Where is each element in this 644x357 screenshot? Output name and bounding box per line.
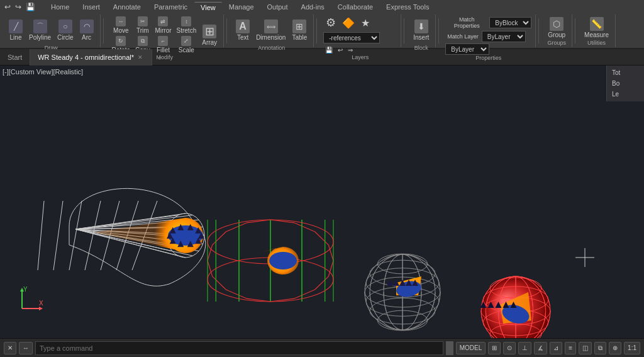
tool-dimension[interactable]: ⟺ Dimension	[253, 16, 288, 45]
doc-tab-main[interactable]: WR Steady 4 - omnidirectional* ✕	[30, 49, 152, 65]
selection-btn[interactable]: ⧉	[594, 342, 606, 354]
group-groups: ⬡ Group Groups	[541, 14, 572, 47]
grid-btn[interactable]: ⊞	[488, 342, 501, 354]
polyline-icon: ⌒	[33, 20, 47, 33]
ortho-btn[interactable]: ⊥	[518, 342, 531, 354]
status-bar: ✕ ↔ MODEL ⊞ ⊙ ⊥ ∡ ⊿ ≡ ◫ ⧉ ⊕ 1:1	[0, 338, 644, 357]
block-group-label: Block	[414, 45, 428, 51]
tool-measure[interactable]: 📏 Measure	[582, 16, 611, 40]
qa-undo[interactable]: ↩	[3, 2, 13, 12]
doc-tabs: Start WR Steady 4 - omnidirectional* ✕ +	[0, 49, 644, 65]
doc-tab-close[interactable]: ✕	[136, 54, 144, 60]
ribbon-tools: ╱ Line ⌒ Polyline ○ Circle ◠ Arc Draw	[0, 14, 644, 48]
tool-circle[interactable]: ○ Circle	[55, 16, 76, 45]
sep5	[438, 18, 439, 43]
scene-canvas	[0, 65, 644, 338]
mirror-icon: ⇌	[158, 16, 168, 26]
viewport: [-][Custom View][Realistic] Tot Bo Le Y …	[0, 65, 644, 338]
group-icon: ⬡	[550, 17, 564, 31]
insert-icon: ⬇	[414, 20, 428, 33]
tool-array[interactable]: ⊞ Array	[199, 21, 219, 50]
new-tab-btn[interactable]: +	[152, 50, 167, 65]
layer-unsaved-btn[interactable]: ↩	[336, 46, 345, 54]
move-icon: ↔	[116, 16, 126, 26]
tool-polyline[interactable]: ⌒ Polyline	[26, 16, 53, 45]
panel-item-le[interactable]: Le	[609, 89, 641, 99]
status-scrollbar[interactable]	[446, 341, 453, 355]
match-layer-btn[interactable]: Match Layer	[445, 33, 480, 40]
array-icon: ⊞	[203, 25, 216, 38]
group-draw: ╱ Line ⌒ Polyline ○ Circle ◠ Arc Draw	[3, 14, 101, 47]
tab-home[interactable]: Home	[45, 2, 75, 12]
annotation-group-label: Annotation	[258, 45, 285, 51]
snap-btn[interactable]: ⊙	[503, 342, 516, 354]
copy-icon: ⧉	[138, 36, 148, 46]
arc-icon: ◠	[80, 20, 94, 33]
status-close-btn[interactable]: ✕	[4, 342, 16, 354]
group-properties: Match Properties ByBlock Match Layer ByL…	[441, 14, 536, 47]
tool-line[interactable]: ╱ Line	[6, 16, 25, 45]
polar-btn[interactable]: ∡	[534, 342, 547, 354]
match-properties-btn[interactable]: Match Properties	[445, 16, 488, 30]
layer-match-layer-btn[interactable]: ⇒	[346, 46, 355, 54]
tool-scale[interactable]: ⤢ Scale	[175, 35, 199, 54]
group-utilities: 📏 Measure Utilities	[578, 14, 616, 47]
layer-match-btn[interactable]: 🔶	[340, 17, 357, 29]
layers-row: ⚙ 🔶 ★ -references 💾 ↩ ⇒	[323, 16, 397, 54]
layer-dropdown[interactable]: -references	[323, 32, 380, 43]
utilities-group-label: Utilities	[587, 40, 606, 46]
circle-icon: ○	[58, 20, 72, 33]
tab-view[interactable]: View	[194, 2, 222, 13]
line-icon: ╱	[9, 20, 23, 33]
svg-text:X: X	[39, 300, 43, 307]
tab-output[interactable]: Output	[261, 2, 294, 12]
tab-express[interactable]: Express Tools	[380, 2, 435, 12]
panel-item-tot[interactable]: Tot	[609, 68, 641, 77]
tool-trim[interactable]: ✂ Trim	[133, 16, 152, 35]
tool-mirror[interactable]: ⇌ Mirror	[153, 16, 173, 35]
lineweight-btn[interactable]: ≡	[565, 342, 576, 354]
layer-save-btn[interactable]: 💾	[323, 46, 335, 54]
measure-icon: 📏	[590, 17, 604, 31]
status-resize-btn[interactable]: ↔	[19, 342, 33, 354]
tool-arc[interactable]: ◠ Arc	[77, 16, 96, 45]
osnap-btn[interactable]: ⊿	[550, 342, 562, 354]
tab-collaborate[interactable]: Collaborate	[331, 2, 379, 12]
bylayer2-dropdown[interactable]: ByLayer	[445, 43, 489, 55]
gizmo-btn[interactable]: ⊕	[609, 342, 621, 354]
rotate-icon: ↻	[116, 36, 126, 46]
command-input[interactable]	[35, 341, 443, 355]
tab-insert[interactable]: Insert	[76, 2, 106, 12]
tool-move[interactable]: ↔ Move	[110, 16, 132, 35]
tool-text[interactable]: A Text	[233, 16, 252, 45]
sep3	[316, 18, 317, 43]
layer-props-btn[interactable]: ⚙	[323, 16, 338, 30]
tool-insert[interactable]: ⬇ Insert	[411, 16, 431, 45]
tab-manage[interactable]: Manage	[223, 2, 260, 12]
panel-right: Tot Bo Le	[606, 65, 644, 101]
tool-table[interactable]: ⊞ Table	[289, 16, 309, 45]
model-btn[interactable]: MODEL	[456, 342, 486, 354]
byblock-dropdown[interactable]: ByBlock	[489, 17, 531, 28]
viewport-label: [-][Custom View][Realistic]	[3, 68, 83, 76]
tool-stretch[interactable]: ↕ Stretch	[175, 16, 199, 35]
transparency-btn[interactable]: ◫	[579, 342, 592, 354]
layers-group-label: Layers	[352, 54, 369, 60]
sep7	[575, 18, 575, 43]
sep4	[404, 18, 404, 43]
tool-group[interactable]: ⬡ Group	[545, 16, 568, 40]
group-layers: ⚙ 🔶 ★ -references 💾 ↩ ⇒ Layers	[319, 14, 401, 47]
qa-redo[interactable]: ↪	[13, 2, 23, 12]
text-icon: A	[236, 20, 250, 33]
tab-parametric[interactable]: Parametric	[148, 2, 194, 12]
annotation-scale-btn[interactable]: 1:1	[624, 342, 640, 354]
panel-item-bo[interactable]: Bo	[609, 79, 641, 88]
bylayer1-dropdown[interactable]: ByLayer	[482, 31, 526, 42]
qa-save[interactable]: 💾	[24, 2, 37, 12]
doc-tab-start[interactable]: Start	[0, 49, 30, 65]
tab-addins[interactable]: Add-ins	[295, 2, 331, 12]
group-block: ⬇ Insert Block	[407, 14, 436, 47]
tab-annotate[interactable]: Annotate	[107, 2, 147, 12]
trim-icon: ✂	[138, 16, 148, 26]
layer-current-btn[interactable]: ★	[358, 17, 372, 29]
